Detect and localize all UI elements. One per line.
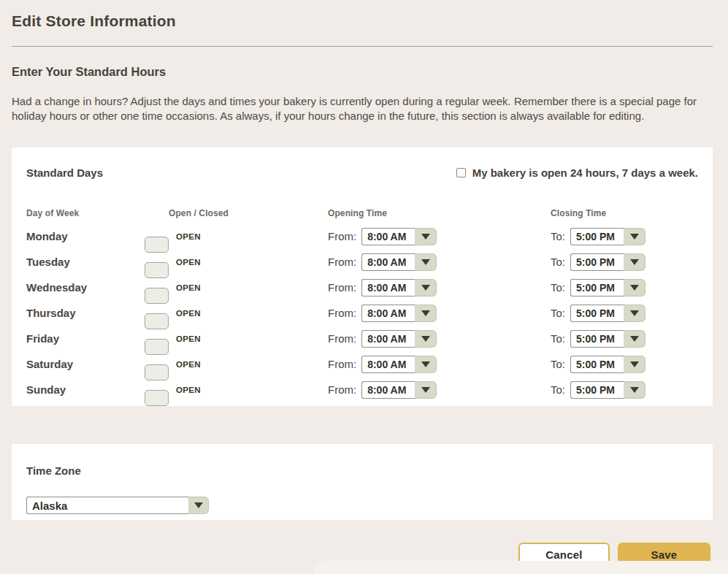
day-row: Wednesday OPEN From: 8:00 AM To: 5:00 PM — [26, 275, 700, 300]
dropdown-arrow-button[interactable] — [415, 228, 437, 245]
opening-time-value: 8:00 AM — [361, 228, 415, 245]
to-label: To: — [551, 281, 565, 294]
closing-time-select[interactable]: 5:00 PM — [570, 279, 645, 296]
time-zone-select[interactable]: Alaska — [26, 497, 209, 514]
chevron-down-icon — [421, 387, 430, 393]
time-zone-heading: Time Zone — [26, 464, 81, 477]
column-header-row: Day of Week Open / Closed Opening Time C… — [26, 207, 700, 219]
chevron-down-icon — [194, 502, 203, 508]
opening-time-select[interactable]: 8:00 AM — [361, 228, 437, 245]
standard-days-heading: Standard Days — [26, 167, 103, 179]
chevron-down-icon — [630, 285, 639, 291]
time-zone-panel: Time Zone Alaska — [12, 444, 713, 520]
to-label: To: — [551, 358, 565, 370]
chevron-down-icon — [630, 259, 639, 265]
opening-time-select[interactable]: 8:00 AM — [361, 330, 437, 348]
opening-time-value: 8:00 AM — [361, 381, 415, 399]
from-label: From: — [328, 256, 356, 268]
day-row: Friday OPEN From: 8:00 AM To: 5:00 PM — [26, 326, 700, 351]
from-label: From: — [328, 230, 356, 242]
from-label: From: — [328, 281, 356, 294]
dropdown-arrow-button[interactable] — [415, 305, 437, 322]
dropdown-arrow-button[interactable] — [624, 356, 645, 373]
dropdown-arrow-button[interactable] — [415, 330, 437, 348]
day-row: Thursday OPEN From: 8:00 AM To: 5:00 PM — [26, 300, 700, 326]
chevron-down-icon — [630, 387, 639, 393]
toggle-status-label: OPEN — [176, 232, 201, 241]
open-24-7-row: My bakery is open 24 hours, 7 days a wee… — [456, 167, 698, 179]
toggle-status-label: OPEN — [176, 386, 201, 394]
day-row: Saturday OPEN From: 8:00 AM To: 5:00 PM — [26, 351, 700, 377]
toggle-knob[interactable] — [145, 390, 169, 406]
toggle-knob[interactable] — [145, 313, 169, 329]
closing-time-value: 5:00 PM — [570, 356, 624, 373]
opening-time-select[interactable]: 8:00 AM — [361, 381, 437, 399]
dropdown-arrow-button[interactable] — [415, 356, 437, 373]
to-label: To: — [551, 332, 565, 345]
column-header-closing: Closing Time — [551, 208, 700, 218]
open-24-7-checkbox[interactable] — [456, 168, 466, 177]
day-row: Monday OPEN From: 8:00 AM To: 5:00 PM — [26, 223, 700, 249]
chevron-down-icon — [421, 285, 430, 291]
closing-time-select[interactable]: 5:00 PM — [570, 228, 645, 245]
toggle-knob[interactable] — [145, 364, 169, 380]
from-label: From: — [328, 307, 356, 319]
opening-time-select[interactable]: 8:00 AM — [361, 253, 437, 271]
closing-time-select[interactable]: 5:00 PM — [570, 330, 645, 348]
header-divider — [12, 46, 713, 47]
dropdown-arrow-button[interactable] — [624, 305, 645, 322]
closing-time-value: 5:00 PM — [570, 279, 624, 296]
closing-time-value: 5:00 PM — [570, 330, 624, 348]
page-title: Edit Store Information — [12, 12, 176, 30]
closing-time-value: 5:00 PM — [570, 305, 624, 322]
dropdown-arrow-button[interactable] — [415, 381, 437, 399]
opening-time-select[interactable]: 8:00 AM — [361, 356, 437, 373]
dropdown-arrow-button[interactable] — [415, 253, 437, 271]
open-24-7-label[interactable]: My bakery is open 24 hours, 7 days a wee… — [472, 167, 698, 179]
chevron-down-icon — [630, 336, 639, 342]
opening-time-select[interactable]: 8:00 AM — [361, 305, 437, 322]
column-header-day: Day of Week — [26, 208, 169, 218]
to-label: To: — [551, 230, 565, 242]
column-header-status: Open / Closed — [169, 208, 328, 218]
dropdown-arrow-button[interactable] — [624, 279, 645, 296]
chevron-down-icon — [630, 234, 639, 240]
column-header-opening: Opening Time — [328, 208, 551, 218]
dropdown-arrow-button[interactable] — [188, 497, 209, 514]
chevron-down-icon — [421, 336, 430, 342]
closing-time-select[interactable]: 5:00 PM — [570, 356, 645, 373]
opening-time-value: 8:00 AM — [361, 356, 415, 373]
time-zone-value: Alaska — [26, 497, 188, 514]
closing-time-value: 5:00 PM — [570, 228, 624, 245]
dropdown-arrow-button[interactable] — [624, 228, 645, 245]
dropdown-arrow-button[interactable] — [624, 253, 645, 271]
toggle-status-label: OPEN — [176, 283, 201, 292]
chevron-down-icon — [421, 361, 430, 367]
hours-section-heading: Enter Your Standard Hours — [12, 65, 166, 79]
standard-days-rows: Monday OPEN From: 8:00 AM To: 5:00 PM Tu… — [26, 223, 700, 402]
chevron-down-icon — [421, 259, 430, 265]
chevron-down-icon — [421, 310, 430, 316]
chevron-down-icon — [421, 234, 430, 240]
toggle-status-label: OPEN — [176, 309, 201, 318]
hours-section-description: Had a change in hours? Adjust the days a… — [12, 94, 704, 123]
toggle-status-label: OPEN — [176, 360, 201, 369]
to-label: To: — [551, 307, 565, 319]
closing-time-select[interactable]: 5:00 PM — [570, 305, 645, 322]
from-label: From: — [328, 383, 356, 396]
opening-time-select[interactable]: 8:00 AM — [361, 279, 437, 296]
dropdown-arrow-button[interactable] — [624, 330, 645, 348]
toggle-knob[interactable] — [145, 237, 169, 253]
toggle-knob[interactable] — [145, 288, 169, 304]
bottom-overlay-edge — [314, 561, 728, 574]
toggle-knob[interactable] — [145, 262, 169, 278]
toggle-knob[interactable] — [145, 339, 169, 355]
closing-time-select[interactable]: 5:00 PM — [570, 381, 645, 399]
opening-time-value: 8:00 AM — [361, 330, 415, 348]
closing-time-select[interactable]: 5:00 PM — [570, 253, 645, 271]
dropdown-arrow-button[interactable] — [624, 381, 645, 399]
from-label: From: — [328, 332, 356, 345]
dropdown-arrow-button[interactable] — [415, 279, 437, 296]
opening-time-value: 8:00 AM — [361, 279, 415, 296]
to-label: To: — [551, 383, 565, 396]
